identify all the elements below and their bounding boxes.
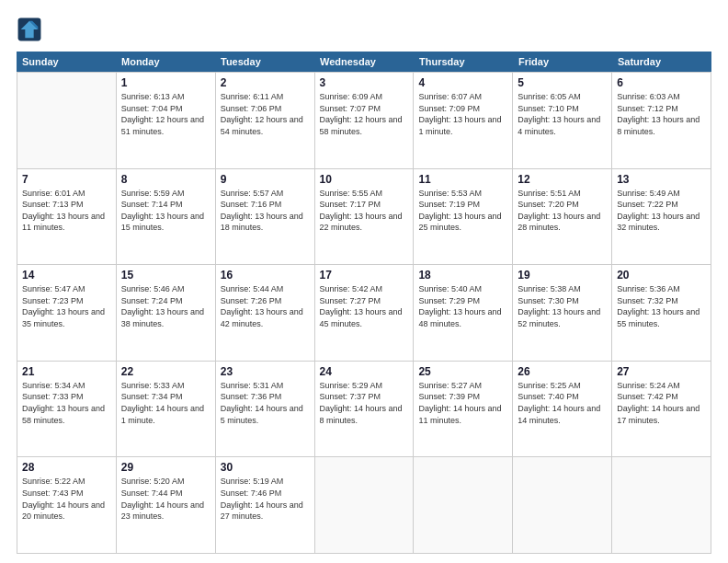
cell-info: Sunrise: 5:47 AMSunset: 7:23 PMDaylight:… <box>22 283 111 329</box>
cell-day-number: 16 <box>221 269 310 282</box>
logo <box>17 17 46 42</box>
cell-info: Sunrise: 5:49 AMSunset: 7:22 PMDaylight:… <box>617 188 706 234</box>
header-day-friday: Friday <box>513 52 612 72</box>
cell-sunrise: Sunrise: 5:38 AM <box>518 283 607 295</box>
cell-sunset: Sunset: 7:39 PM <box>418 391 507 403</box>
cell-day-number: 9 <box>221 173 310 186</box>
cell-daylight: Daylight: 13 hours and 15 minutes. <box>121 211 210 234</box>
cell-info: Sunrise: 5:51 AMSunset: 7:20 PMDaylight:… <box>518 188 607 234</box>
calendar-cell-9: 9Sunrise: 5:57 AMSunset: 7:16 PMDaylight… <box>216 169 315 266</box>
cell-info: Sunrise: 5:38 AMSunset: 7:30 PMDaylight:… <box>518 283 607 329</box>
cell-daylight: Daylight: 13 hours and 11 minutes. <box>22 211 111 234</box>
cell-daylight: Daylight: 12 hours and 58 minutes. <box>320 114 409 137</box>
cell-sunset: Sunset: 7:40 PM <box>518 391 607 403</box>
empty-cell <box>315 457 415 554</box>
cell-sunset: Sunset: 7:34 PM <box>121 391 210 403</box>
cell-info: Sunrise: 5:40 AMSunset: 7:29 PMDaylight:… <box>418 283 507 329</box>
cell-day-number: 13 <box>617 173 706 186</box>
cell-sunrise: Sunrise: 6:09 AM <box>320 91 409 103</box>
header-day-saturday: Saturday <box>612 52 711 72</box>
logo-icon <box>17 17 42 42</box>
cell-daylight: Daylight: 13 hours and 48 minutes. <box>418 306 507 329</box>
cell-sunset: Sunset: 7:42 PM <box>617 391 706 403</box>
header-day-monday: Monday <box>116 52 215 72</box>
calendar: SundayMondayTuesdayWednesdayThursdayFrid… <box>17 52 711 554</box>
calendar-cell-1: 1Sunrise: 6:13 AMSunset: 7:04 PMDaylight… <box>117 73 216 169</box>
calendar-cell-15: 15Sunrise: 5:46 AMSunset: 7:24 PMDayligh… <box>117 265 216 362</box>
cell-day-number: 26 <box>518 365 607 378</box>
cell-daylight: Daylight: 13 hours and 58 minutes. <box>22 403 111 426</box>
cell-sunset: Sunset: 7:13 PM <box>22 199 111 211</box>
cell-day-number: 15 <box>121 269 210 282</box>
cell-daylight: Daylight: 14 hours and 11 minutes. <box>418 403 507 426</box>
cell-sunset: Sunset: 7:24 PM <box>121 295 210 307</box>
cell-sunrise: Sunrise: 5:25 AM <box>518 380 607 392</box>
cell-sunrise: Sunrise: 6:11 AM <box>221 91 310 103</box>
cell-daylight: Daylight: 13 hours and 1 minute. <box>418 114 507 137</box>
cell-sunset: Sunset: 7:14 PM <box>121 199 210 211</box>
cell-info: Sunrise: 6:03 AMSunset: 7:12 PMDaylight:… <box>617 91 706 137</box>
cell-info: Sunrise: 5:33 AMSunset: 7:34 PMDaylight:… <box>121 380 210 426</box>
calendar-row-2: 7Sunrise: 6:01 AMSunset: 7:13 PMDaylight… <box>17 169 711 266</box>
cell-sunrise: Sunrise: 5:51 AM <box>518 188 607 200</box>
cell-sunset: Sunset: 7:04 PM <box>121 103 210 115</box>
cell-sunrise: Sunrise: 5:29 AM <box>320 380 409 392</box>
cell-day-number: 12 <box>518 173 607 186</box>
cell-sunset: Sunset: 7:06 PM <box>221 103 310 115</box>
cell-info: Sunrise: 5:27 AMSunset: 7:39 PMDaylight:… <box>418 380 507 426</box>
cell-sunset: Sunset: 7:33 PM <box>22 391 111 403</box>
cell-daylight: Daylight: 12 hours and 51 minutes. <box>121 114 210 137</box>
cell-day-number: 19 <box>518 269 607 282</box>
cell-info: Sunrise: 5:25 AMSunset: 7:40 PMDaylight:… <box>518 380 607 426</box>
cell-daylight: Daylight: 13 hours and 52 minutes. <box>518 306 607 329</box>
cell-sunrise: Sunrise: 5:55 AM <box>320 188 409 200</box>
calendar-cell-8: 8Sunrise: 5:59 AMSunset: 7:14 PMDaylight… <box>117 169 216 266</box>
cell-day-number: 27 <box>617 365 706 378</box>
cell-info: Sunrise: 5:36 AMSunset: 7:32 PMDaylight:… <box>617 283 706 329</box>
cell-day-number: 30 <box>221 461 310 474</box>
cell-sunset: Sunset: 7:36 PM <box>221 391 310 403</box>
calendar-cell-7: 7Sunrise: 6:01 AMSunset: 7:13 PMDaylight… <box>17 169 117 266</box>
cell-day-number: 2 <box>221 76 310 89</box>
empty-cell <box>17 73 117 169</box>
cell-info: Sunrise: 5:22 AMSunset: 7:43 PMDaylight:… <box>22 476 111 522</box>
page: SundayMondayTuesdayWednesdayThursdayFrid… <box>0 0 728 563</box>
cell-day-number: 29 <box>121 461 210 474</box>
cell-sunset: Sunset: 7:30 PM <box>518 295 607 307</box>
calendar-cell-13: 13Sunrise: 5:49 AMSunset: 7:22 PMDayligh… <box>612 169 711 266</box>
calendar-cell-28: 28Sunrise: 5:22 AMSunset: 7:43 PMDayligh… <box>17 457 117 554</box>
calendar-cell-25: 25Sunrise: 5:27 AMSunset: 7:39 PMDayligh… <box>414 362 513 458</box>
cell-sunrise: Sunrise: 5:33 AM <box>121 380 210 392</box>
cell-daylight: Daylight: 13 hours and 18 minutes. <box>221 211 310 234</box>
cell-info: Sunrise: 5:59 AMSunset: 7:14 PMDaylight:… <box>121 188 210 234</box>
cell-sunrise: Sunrise: 5:44 AM <box>221 283 310 295</box>
cell-info: Sunrise: 5:31 AMSunset: 7:36 PMDaylight:… <box>221 380 310 426</box>
empty-cell <box>414 457 513 554</box>
cell-sunset: Sunset: 7:17 PM <box>320 199 409 211</box>
cell-sunset: Sunset: 7:12 PM <box>617 103 706 115</box>
cell-daylight: Daylight: 14 hours and 20 minutes. <box>22 500 111 523</box>
cell-day-number: 4 <box>418 76 507 89</box>
cell-sunrise: Sunrise: 5:40 AM <box>418 283 507 295</box>
calendar-cell-26: 26Sunrise: 5:25 AMSunset: 7:40 PMDayligh… <box>513 362 612 458</box>
cell-daylight: Daylight: 13 hours and 25 minutes. <box>418 211 507 234</box>
cell-daylight: Daylight: 13 hours and 42 minutes. <box>221 306 310 329</box>
cell-info: Sunrise: 5:42 AMSunset: 7:27 PMDaylight:… <box>320 283 409 329</box>
cell-day-number: 17 <box>320 269 409 282</box>
cell-sunrise: Sunrise: 6:13 AM <box>121 91 210 103</box>
cell-info: Sunrise: 5:53 AMSunset: 7:19 PMDaylight:… <box>418 188 507 234</box>
calendar-cell-16: 16Sunrise: 5:44 AMSunset: 7:26 PMDayligh… <box>216 265 315 362</box>
cell-info: Sunrise: 6:01 AMSunset: 7:13 PMDaylight:… <box>22 188 111 234</box>
cell-sunrise: Sunrise: 5:22 AM <box>22 476 111 488</box>
cell-daylight: Daylight: 13 hours and 45 minutes. <box>320 306 409 329</box>
cell-sunset: Sunset: 7:32 PM <box>617 295 706 307</box>
cell-day-number: 23 <box>221 365 310 378</box>
cell-sunrise: Sunrise: 5:53 AM <box>418 188 507 200</box>
cell-sunrise: Sunrise: 5:47 AM <box>22 283 111 295</box>
cell-day-number: 24 <box>320 365 409 378</box>
cell-info: Sunrise: 5:46 AMSunset: 7:24 PMDaylight:… <box>121 283 210 329</box>
cell-day-number: 14 <box>22 269 111 282</box>
cell-day-number: 25 <box>418 365 507 378</box>
cell-sunrise: Sunrise: 6:07 AM <box>418 91 507 103</box>
cell-info: Sunrise: 6:05 AMSunset: 7:10 PMDaylight:… <box>518 91 607 137</box>
